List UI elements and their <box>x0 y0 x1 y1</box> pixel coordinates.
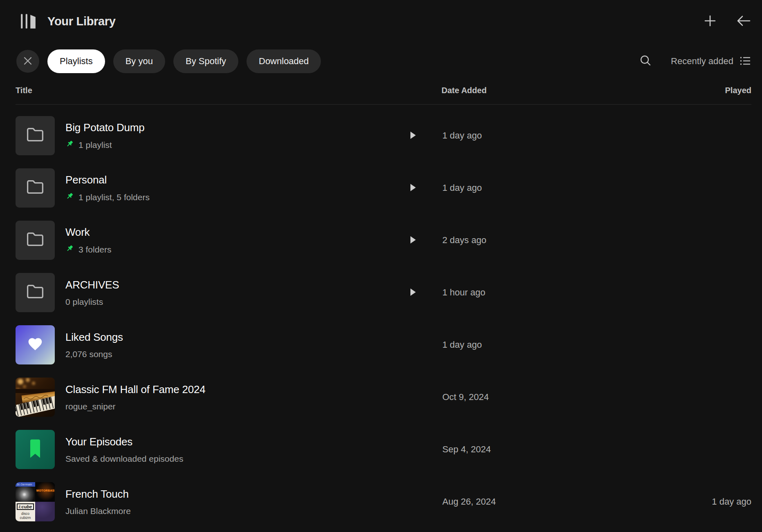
view-mode-button[interactable] <box>739 55 751 68</box>
arrow-left-icon <box>736 14 751 29</box>
create-button[interactable] <box>703 14 717 29</box>
pin-icon <box>65 244 74 255</box>
expand-folder-button[interactable] <box>407 287 419 298</box>
item-title: Classic FM Hall of Fame 2024 <box>65 383 206 396</box>
item-subtitle: 2,076 songs <box>65 349 112 359</box>
search-library-button[interactable] <box>639 54 652 69</box>
date-added-value: Oct 9, 2024 <box>442 392 489 402</box>
close-icon <box>23 56 33 67</box>
caret-right-icon <box>410 288 416 297</box>
filter-chip-by-you[interactable]: By you <box>113 49 165 73</box>
list-item-big-potato-dump[interactable]: Big Potato Dump 1 playlist <box>0 110 762 162</box>
sort-order-label[interactable]: Recently added <box>671 56 733 67</box>
folder-tile <box>16 273 55 312</box>
header-divider <box>16 104 751 105</box>
date-added-value: Aug 26, 2024 <box>442 496 496 507</box>
list-item-classic-fm[interactable]: Classic FM Hall of Fame 2024 rogue_snipe… <box>0 371 762 423</box>
page-title: Your Library <box>47 15 116 28</box>
filter-chip-playlists[interactable]: Playlists <box>47 49 105 73</box>
date-added-value: 2 days ago <box>442 235 486 246</box>
item-subtitle: Julian Blackmore <box>65 506 131 516</box>
list-item-personal[interactable]: Personal 1 playlist, 5 folders <box>0 162 762 214</box>
expand-folder-button[interactable] <box>407 130 419 141</box>
caret-right-icon <box>410 131 416 141</box>
library-list: Big Potato Dump 1 playlist <box>0 110 762 528</box>
item-subtitle: 1 playlist <box>78 140 112 150</box>
collage-cover-motorbass: MOTORBASS <box>35 482 55 502</box>
sort-area: Recently added <box>639 54 751 69</box>
date-added-value: 1 day ago <box>442 130 482 141</box>
caret-right-icon <box>410 183 416 193</box>
date-added-value: 1 hour ago <box>442 287 485 298</box>
expand-folder-button[interactable] <box>407 182 419 194</box>
column-header-date-added: Date Added <box>442 86 486 95</box>
list-item-french-touch[interactable]: St.Germain MOTORBASS i:cube disco cubizm… <box>0 476 762 528</box>
item-subtitle: Saved & downloaded episodes <box>65 454 183 464</box>
your-library-page: Your Library <box>0 0 762 532</box>
pin-icon <box>65 140 74 150</box>
liked-songs-tile <box>16 325 55 364</box>
folder-icon <box>26 230 45 250</box>
header-actions <box>703 14 751 29</box>
list-item-liked-songs[interactable]: Liked Songs 2,076 songs 1 day ago <box>0 319 762 371</box>
list-item-work[interactable]: Work 3 folders <box>0 214 762 266</box>
date-added-value: 1 day ago <box>442 183 482 193</box>
library-icon <box>20 13 37 30</box>
list-view-icon <box>739 55 751 68</box>
item-title: Big Potato Dump <box>65 121 145 134</box>
column-header-played: Played <box>725 86 751 95</box>
your-episodes-tile <box>16 430 55 469</box>
pin-icon <box>65 192 74 203</box>
heart-icon <box>27 336 43 354</box>
item-subtitle: 1 playlist, 5 folders <box>78 192 150 202</box>
filter-chip-downloaded[interactable]: Downloaded <box>247 49 321 73</box>
filter-chip-by-spotify[interactable]: By Spotify <box>173 49 238 73</box>
list-item-archives[interactable]: ARCHIVES 0 playlists 1 hour ago <box>0 266 762 319</box>
collage-cover-st-germain: St.Germain <box>16 482 35 502</box>
item-title: French Touch <box>65 488 131 501</box>
playlist-collage-art: St.Germain MOTORBASS i:cube disco cubizm <box>16 482 55 521</box>
caret-right-icon <box>410 236 416 245</box>
search-icon <box>639 54 652 69</box>
folder-tile <box>16 116 55 155</box>
expand-folder-button[interactable] <box>407 235 419 246</box>
clear-filters-button[interactable] <box>16 50 39 73</box>
collage-cover-icube: i:cube disco cubizm <box>16 502 35 521</box>
item-title: Work <box>65 226 112 239</box>
plus-icon <box>703 14 717 29</box>
played-value: 1 day ago <box>712 496 751 507</box>
list-item-your-episodes[interactable]: Your Episodes Saved & downloaded episode… <box>0 423 762 476</box>
folder-tile <box>16 221 55 260</box>
item-subtitle: 3 folders <box>78 245 112 255</box>
list-column-headers: Title Date Added Played <box>0 80 762 105</box>
collage-cover-purple <box>35 502 55 521</box>
collapse-library-button[interactable] <box>736 14 751 29</box>
item-subtitle: 0 playlists <box>65 297 103 307</box>
folder-icon <box>26 282 45 303</box>
folder-tile <box>16 168 55 208</box>
date-added-value: Sep 4, 2024 <box>442 444 491 455</box>
date-added-value: 1 day ago <box>442 340 482 350</box>
folder-icon <box>26 125 45 146</box>
filter-bar: Playlists By you By Spotify Downloaded R… <box>0 42 762 80</box>
item-title: Personal <box>65 174 150 186</box>
bookmark-icon <box>28 438 43 460</box>
playlist-cover-art <box>16 378 55 417</box>
item-subtitle: rogue_sniper <box>65 402 116 411</box>
item-title: ARCHIVES <box>65 279 119 291</box>
folder-icon <box>26 178 45 198</box>
header-bar: Your Library <box>0 0 762 42</box>
column-header-title: Title <box>16 86 32 95</box>
item-title: Your Episodes <box>65 436 183 448</box>
item-title: Liked Songs <box>65 331 123 344</box>
